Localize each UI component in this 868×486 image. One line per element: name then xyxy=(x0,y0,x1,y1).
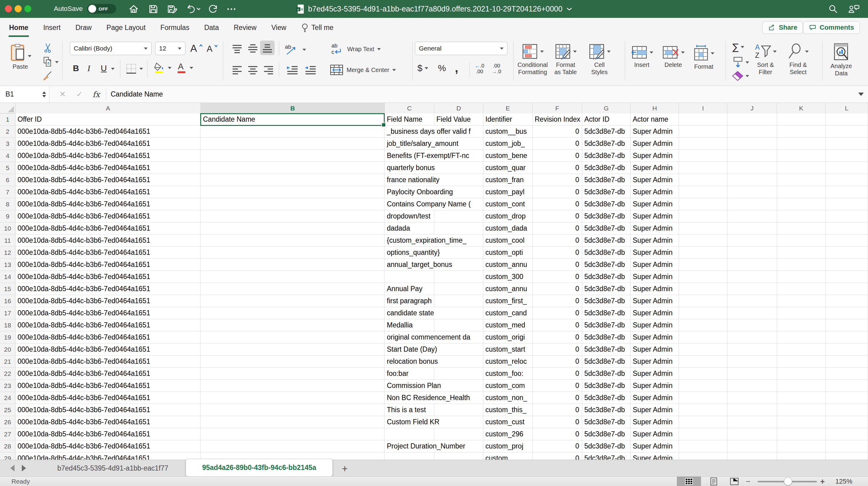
cell-E25[interactable]: custom_this_ xyxy=(483,404,533,416)
cell-I26[interactable] xyxy=(679,416,727,428)
cell-B16[interactable] xyxy=(201,295,385,307)
cell-G6[interactable]: 5dc3d8e7-db xyxy=(582,174,630,186)
row-header-21[interactable]: 21 xyxy=(0,355,16,367)
cell-G28[interactable]: 5dc3d8e7-db xyxy=(582,440,630,452)
row-header-18[interactable]: 18 xyxy=(0,319,16,331)
cell-H21[interactable]: Super Admin xyxy=(630,355,679,368)
cell-J4[interactable] xyxy=(727,150,777,162)
cell-I2[interactable] xyxy=(679,125,727,138)
cell-L13[interactable] xyxy=(826,259,868,271)
decrease-indent-icon[interactable] xyxy=(285,65,299,77)
confirm-formula-icon[interactable]: ✓ xyxy=(76,86,83,103)
autosum-button[interactable]: ∑ xyxy=(733,42,744,52)
align-top-icon[interactable] xyxy=(231,44,243,56)
cell-C14[interactable] xyxy=(385,271,483,283)
cell-E12[interactable]: custom_opti xyxy=(483,247,533,259)
row-header-3[interactable]: 3 xyxy=(0,138,16,149)
row-header-5[interactable]: 5 xyxy=(0,162,16,174)
cell-L15[interactable] xyxy=(826,283,868,295)
cell-C13[interactable]: annual_target_bonus xyxy=(385,259,483,271)
conditional-formatting-button[interactable]: ConditionalFormatting xyxy=(518,43,548,76)
column-header-K[interactable]: K xyxy=(777,103,826,113)
cell-K9[interactable] xyxy=(777,210,826,222)
cell-A8[interactable]: 000e10da-8db5-4d4c-b3b6-7ed0464a1651 xyxy=(16,198,201,210)
cell-G19[interactable]: 5dc3d8e7-db xyxy=(582,331,630,343)
name-box[interactable]: B1 xyxy=(0,86,49,103)
cell-F11[interactable]: 0 xyxy=(533,234,582,247)
ribbon-tab-formulas[interactable]: Formulas xyxy=(160,18,189,37)
ribbon-tab-tell-me[interactable]: Tell me xyxy=(301,18,334,37)
cell-F1[interactable]: Revision Index xyxy=(533,113,582,125)
column-header-L[interactable]: L xyxy=(826,103,868,113)
cell-J2[interactable] xyxy=(727,125,777,138)
cell-E28[interactable]: custom_proj xyxy=(483,440,533,452)
cell-L14[interactable] xyxy=(826,271,868,283)
zoom-in-button[interactable]: + xyxy=(820,477,825,486)
cell-I13[interactable] xyxy=(679,259,727,271)
cell-A7[interactable]: 000e10da-8db5-4d4c-b3b6-7ed0464a1651 xyxy=(16,186,201,198)
ribbon-tab-page-layout[interactable]: Page Layout xyxy=(106,18,146,37)
cell-B12[interactable] xyxy=(201,247,385,259)
comments-button[interactable]: Comments xyxy=(803,21,860,34)
cell-C7[interactable]: Paylocity Onboarding xyxy=(385,186,483,198)
column-header-C[interactable]: C xyxy=(385,103,434,113)
increase-decimal-button[interactable]: .00→.0 xyxy=(492,63,501,75)
cell-L24[interactable] xyxy=(826,392,868,404)
cell-styles-button[interactable]: CellStyles xyxy=(588,43,611,76)
ribbon-tab-review[interactable]: Review xyxy=(234,18,256,37)
cell-C20[interactable]: Start Date (Day) xyxy=(385,343,483,355)
format-painter-icon[interactable] xyxy=(42,70,53,81)
cell-L5[interactable] xyxy=(826,162,868,174)
row-header-2[interactable]: 2 xyxy=(0,125,16,137)
cell-E19[interactable]: custom_origi xyxy=(483,331,533,343)
cell-G24[interactable]: 5dc3d8e7-db xyxy=(582,392,630,404)
cell-K14[interactable] xyxy=(777,271,826,283)
cell-K18[interactable] xyxy=(777,319,826,331)
cell-L7[interactable] xyxy=(826,186,868,198)
number-format-select[interactable]: General xyxy=(415,42,507,55)
row-header-10[interactable]: 10 xyxy=(0,222,16,234)
cell-G1[interactable]: Actor ID xyxy=(582,113,630,125)
save-as-icon[interactable] xyxy=(167,4,177,14)
cell-L2[interactable] xyxy=(826,125,868,138)
column-header-B[interactable]: B xyxy=(201,103,385,113)
cell-A19[interactable]: 000e10da-8db5-4d4c-b3b6-7ed0464a1651 xyxy=(16,331,201,343)
cell-F8[interactable]: 0 xyxy=(533,198,582,210)
cell-F14[interactable]: 0 xyxy=(533,271,582,283)
cell-A20[interactable]: 000e10da-8db5-4d4c-b3b6-7ed0464a1651 xyxy=(16,343,201,355)
cell-F23[interactable]: 0 xyxy=(533,380,582,392)
cell-K21[interactable] xyxy=(777,355,826,368)
cell-L22[interactable] xyxy=(826,368,868,380)
cell-F9[interactable]: 0 xyxy=(533,210,582,222)
cell-K29[interactable] xyxy=(777,452,826,460)
cell-C12[interactable]: options_quantity} xyxy=(385,247,483,259)
cell-I22[interactable] xyxy=(679,368,727,380)
cell-K5[interactable] xyxy=(777,162,826,174)
cell-E17[interactable]: custom_cand xyxy=(483,307,533,319)
cell-G2[interactable]: 5dc3d8e7-db xyxy=(582,125,630,138)
cell-F16[interactable]: 0 xyxy=(533,295,582,307)
fill-color-button[interactable] xyxy=(153,62,172,74)
cell-F2[interactable]: 0 xyxy=(533,125,582,138)
cell-B21[interactable] xyxy=(201,355,385,368)
cell-I8[interactable] xyxy=(679,198,727,210)
add-sheet-button[interactable]: + xyxy=(338,462,351,475)
cell-A29[interactable]: 000e10da-8db5-4d4c-b3b6-7ed0464a1651 xyxy=(16,452,201,460)
cell-B14[interactable] xyxy=(201,271,385,283)
cell-A10[interactable]: 000e10da-8db5-4d4c-b3b6-7ed0464a1651 xyxy=(16,222,201,234)
cell-K11[interactable] xyxy=(777,234,826,247)
minimize-window-button[interactable] xyxy=(14,5,22,12)
orientation-button[interactable]: ab xyxy=(284,43,306,56)
cell-B1[interactable]: Candidate Name xyxy=(201,113,385,125)
cell-A5[interactable]: 000e10da-8db5-4d4c-b3b6-7ed0464a1651 xyxy=(16,162,201,174)
cell-K13[interactable] xyxy=(777,259,826,271)
cell-K3[interactable] xyxy=(777,138,826,150)
cell-G17[interactable]: 5dc3d8e7-db xyxy=(582,307,630,319)
decrease-font-icon[interactable]: A xyxy=(206,42,218,55)
column-header-G[interactable]: G xyxy=(582,103,630,113)
cell-G18[interactable]: 5dc3d8e7-db xyxy=(582,319,630,331)
cell-B15[interactable] xyxy=(201,283,385,295)
cell-I19[interactable] xyxy=(679,331,727,343)
cell-C28[interactable]: Project Duration_Number xyxy=(385,440,483,452)
cell-G12[interactable]: 5dc3d8e7-db xyxy=(582,247,630,259)
